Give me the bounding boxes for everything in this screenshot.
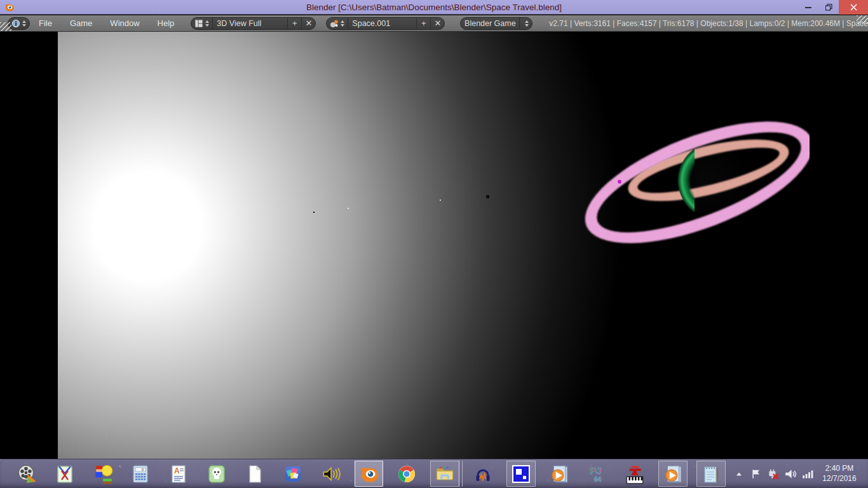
taskbar-wordpad-icon[interactable]: A (159, 459, 198, 488)
taskbar-mario-app-icon[interactable] (84, 459, 122, 488)
camera-render-region (58, 32, 810, 459)
blender-header: File Game Window Help 3D View Full + ✕ (0, 15, 868, 32)
screen: Blender [C:\Users\Batman\Documents\Blend… (0, 0, 868, 488)
scene-icon (330, 19, 339, 28)
volume-button[interactable] (783, 464, 798, 484)
scene-name-field[interactable]: Space.001 (348, 18, 416, 29)
taskbar-clock[interactable]: 2:40 PM 12/7/2016 (817, 464, 868, 484)
svg-text:PJ: PJ (590, 466, 601, 476)
info-editor-icon (11, 19, 20, 28)
scene-arrows (341, 20, 344, 27)
window-title: Blender [C:\Users\Batman\Documents\Blend… (0, 3, 868, 12)
network-status-button[interactable] (766, 464, 781, 484)
editor-type-arrows (22, 20, 26, 27)
clock-time: 2:40 PM (817, 464, 862, 474)
taskbar-skull-app-icon[interactable] (198, 459, 236, 488)
small-moon (618, 180, 621, 184)
taskbar-document-icon[interactable] (236, 459, 274, 488)
distant-object-square (486, 195, 489, 198)
svg-text:0: 0 (142, 468, 144, 471)
taskbar-movie-maker-icon[interactable] (8, 459, 46, 488)
flag-icon (750, 468, 762, 480)
editor-corner-grip-right[interactable] (857, 15, 868, 24)
taskbar-media-player-2-icon[interactable] (654, 459, 692, 488)
action-center-button[interactable] (749, 464, 764, 484)
menu-help[interactable]: Help (152, 17, 180, 29)
scene-selector: Space.001 + ✕ (326, 17, 445, 30)
menu-game[interactable]: Game (64, 17, 98, 29)
svg-text:64: 64 (593, 475, 601, 482)
signal-strength-button[interactable] (800, 464, 815, 484)
distant-object-light2 (440, 200, 441, 201)
screen-layout-selector: 3D View Full + ✕ (191, 17, 316, 30)
taskbar-project64-icon[interactable]: PJ 64 (578, 459, 616, 488)
screen-layout-browse[interactable] (191, 18, 212, 29)
taskbar-blue-squares-app-icon[interactable] (502, 459, 540, 488)
show-hidden-icons-button[interactable] (731, 464, 747, 484)
system-tray: 2:40 PM 12/7/2016 (731, 464, 868, 484)
minimize-icon (805, 7, 811, 8)
blender-logo-icon (4, 3, 14, 12)
taskbar-file-explorer-icon[interactable] (426, 459, 464, 488)
viewport-3d[interactable] (0, 32, 868, 459)
render-engine-value: Blender Game (461, 18, 519, 29)
render-engine-dropdown[interactable]: Blender Game (460, 17, 532, 30)
screen-layout-name-field[interactable]: 3D View Full (212, 18, 287, 29)
taskbar-anvil-studio-icon[interactable] (616, 459, 654, 488)
taskbar-blender-icon[interactable] (350, 459, 388, 488)
taskbar-notepad-icon[interactable] (692, 459, 730, 488)
minimize-button[interactable] (798, 0, 818, 15)
network-disconnected-icon (767, 468, 780, 480)
starfield-decoration (0, 459, 1, 460)
add-layout-button[interactable]: + (287, 18, 301, 29)
scene-statistics: v2.71 | Verts:3161 | Faces:4157 | Tris:6… (549, 19, 868, 28)
screen-layout-arrows (205, 20, 209, 27)
restore-button[interactable] (818, 0, 839, 15)
taskbar: 0 A (0, 459, 868, 488)
title-bar: Blender [C:\Users\Batman\Documents\Blend… (0, 0, 868, 15)
chevron-up-icon (735, 470, 743, 478)
delete-scene-button[interactable]: ✕ (430, 18, 444, 29)
taskbar-calculator-icon[interactable]: 0 (122, 459, 160, 488)
speaker-icon (784, 468, 797, 480)
menu-file[interactable]: File (33, 17, 58, 29)
taskbar-photo-viewer-icon[interactable] (274, 459, 312, 488)
svg-text:A: A (174, 466, 180, 475)
distant-object-light (348, 208, 349, 209)
taskbar-horn-speaker-app-icon[interactable] (312, 459, 350, 488)
taskbar-chrome-icon[interactable] (388, 459, 426, 488)
clock-date: 12/7/2016 (817, 474, 862, 484)
planet-lit-crescent (677, 141, 695, 220)
restore-icon (825, 4, 832, 11)
distant-object-dark (313, 212, 315, 213)
signal-bars-icon (801, 468, 814, 480)
close-icon (850, 4, 857, 11)
delete-layout-button[interactable]: ✕ (301, 18, 315, 29)
taskbar-audacity-icon[interactable] (464, 459, 502, 488)
screen-layout-icon (194, 19, 203, 28)
editor-corner-grip[interactable] (0, 22, 11, 31)
menu-window[interactable]: Window (104, 17, 145, 29)
close-button[interactable] (839, 0, 868, 15)
add-scene-button[interactable]: + (416, 18, 430, 29)
taskbar-media-player-icon[interactable] (540, 459, 578, 488)
taskbar-green-x-app-icon[interactable] (46, 459, 84, 488)
scene-browse[interactable] (327, 18, 348, 29)
engine-arrows (525, 20, 529, 27)
